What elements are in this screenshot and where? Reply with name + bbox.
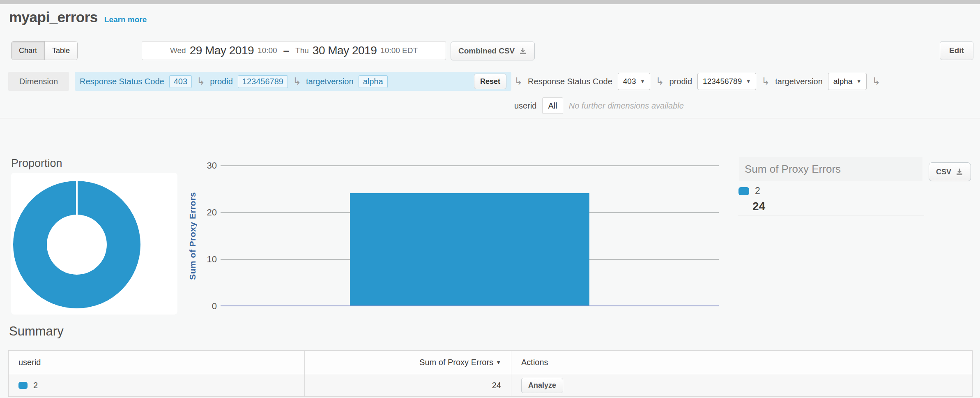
col-header-metric[interactable]: Sum of Proxy Errors ▼: [304, 351, 511, 374]
summary-table: userid Sum of Proxy Errors ▼ Actions 2 2…: [8, 350, 973, 397]
prodid-value: 123456789: [703, 77, 742, 86]
start-date: 29 May 2019: [190, 44, 254, 57]
legend-swatch: [738, 187, 749, 195]
legend-item-label: 2: [755, 185, 760, 197]
end-date: 30 May 2019: [313, 44, 377, 57]
breadcrumb-dim-name[interactable]: Response Status Code: [80, 77, 164, 86]
dimension-breadcrumb: Response Status Code 403 ↳ prodid 123456…: [75, 72, 511, 91]
drilldown-arrow-icon: ↳: [872, 76, 880, 86]
col-header-userid[interactable]: userid: [9, 351, 304, 374]
breadcrumb-dim-name[interactable]: targetversion: [306, 77, 354, 86]
legend-header: Sum of Proxy Errors: [739, 157, 922, 181]
chart-tab[interactable]: Chart: [12, 42, 44, 60]
view-toggle: Chart Table: [11, 41, 78, 60]
combined-csv-button[interactable]: Combined CSV: [451, 42, 535, 60]
top-strip: [0, 0, 980, 4]
prodid-dropdown[interactable]: 123456789 ▼: [697, 73, 756, 90]
proportion-title: Proportion: [11, 157, 62, 170]
end-day: Thu: [295, 46, 309, 55]
drilldown-arrow-icon: ↳: [761, 76, 770, 86]
page-title: myapi_errors: [9, 9, 98, 25]
table-row: 2 24 Analyze: [9, 374, 972, 396]
legend-item-value: 24: [752, 200, 765, 213]
drilldown-arrow-icon: ↳: [293, 76, 301, 86]
summary-title: Summary: [9, 324, 64, 339]
targetversion-dropdown[interactable]: alpha ▼: [828, 73, 867, 90]
status-code-dropdown[interactable]: 403 ▼: [618, 73, 651, 90]
selector-name: targetversion: [775, 77, 823, 86]
donut-slice-divider: [76, 181, 78, 215]
dimension-label: Dimension: [8, 72, 69, 91]
start-day: Wed: [170, 46, 186, 55]
summary-table-header: userid Sum of Proxy Errors ▼ Actions: [9, 351, 972, 374]
status-code-value: 403: [623, 77, 636, 86]
targetversion-value: alpha: [833, 77, 853, 86]
dimension-selector-row-2: userid All No further dimensions availab…: [514, 97, 684, 114]
gridline-30: [221, 165, 719, 166]
y-tick-0: 0: [196, 301, 217, 312]
breadcrumb-dim-value[interactable]: 123456789: [238, 75, 288, 88]
donut-hole: [47, 215, 107, 275]
cell-actions: Analyze: [511, 374, 972, 396]
table-tab[interactable]: Table: [44, 42, 77, 60]
analyze-button[interactable]: Analyze: [521, 378, 563, 393]
range-separator: –: [281, 44, 292, 57]
proportion-donut-card: [11, 173, 177, 315]
chevron-down-icon: ▼: [640, 79, 645, 84]
donut-chart[interactable]: [13, 181, 140, 308]
no-more-dimensions-text: No further dimensions available: [569, 101, 684, 111]
sort-desc-icon: ▼: [496, 359, 501, 366]
chevron-down-icon: ▼: [856, 79, 861, 84]
x-axis-line: [221, 305, 719, 306]
download-icon: [955, 168, 964, 176]
dimension-selector-row: ↳ Response Status Code 403 ▼ ↳ prodid 12…: [514, 72, 880, 91]
cell-metric: 24: [304, 374, 511, 396]
series-swatch: [18, 382, 28, 389]
analytics-report-page: myapi_errors Learn more Chart Table Wed …: [0, 0, 980, 398]
selector-name: prodid: [669, 77, 692, 86]
end-time: 10:00 EDT: [380, 46, 418, 55]
legend-separator: [738, 215, 924, 215]
csv-label: CSV: [936, 168, 951, 176]
userid-all-button[interactable]: All: [542, 97, 563, 114]
header: myapi_errors Learn more: [9, 9, 147, 25]
y-tick-10: 10: [196, 254, 217, 265]
drilldown-arrow-icon: ↳: [197, 76, 205, 86]
section-divider: [0, 118, 980, 118]
col-header-actions[interactable]: Actions: [511, 351, 972, 374]
y-tick-30: 30: [196, 160, 217, 171]
userid-label: userid: [514, 101, 536, 111]
combined-csv-label: Combined CSV: [458, 46, 515, 56]
chevron-down-icon: ▼: [746, 79, 751, 84]
y-axis-title: Sum of Proxy Errors: [184, 166, 201, 306]
cell-userid: 2: [9, 374, 304, 396]
y-tick-20: 20: [196, 207, 217, 218]
edit-button[interactable]: Edit: [940, 41, 973, 60]
proxy-errors-bar[interactable]: [350, 193, 589, 305]
download-icon: [519, 47, 527, 55]
reset-button[interactable]: Reset: [474, 74, 506, 89]
breadcrumb-dim-name[interactable]: prodid: [210, 77, 233, 86]
edit-label: Edit: [949, 46, 964, 55]
userid-value: 2: [33, 381, 38, 390]
date-range-button[interactable]: Wed 29 May 2019 10:00 – Thu 30 May 2019 …: [142, 41, 446, 60]
drilldown-arrow-icon: ↳: [656, 76, 664, 86]
legend-title: Sum of Proxy Errors: [745, 163, 841, 176]
learn-more-link[interactable]: Learn more: [104, 15, 147, 24]
bar-chart-plot: [221, 165, 719, 306]
selector-name: Response Status Code: [528, 77, 612, 86]
drilldown-arrow-icon: ↳: [514, 76, 522, 86]
breadcrumb-dim-value[interactable]: 403: [169, 75, 192, 88]
breadcrumb-dim-value[interactable]: alpha: [359, 75, 388, 88]
start-time: 10:00: [258, 46, 277, 55]
csv-button[interactable]: CSV: [929, 162, 971, 181]
